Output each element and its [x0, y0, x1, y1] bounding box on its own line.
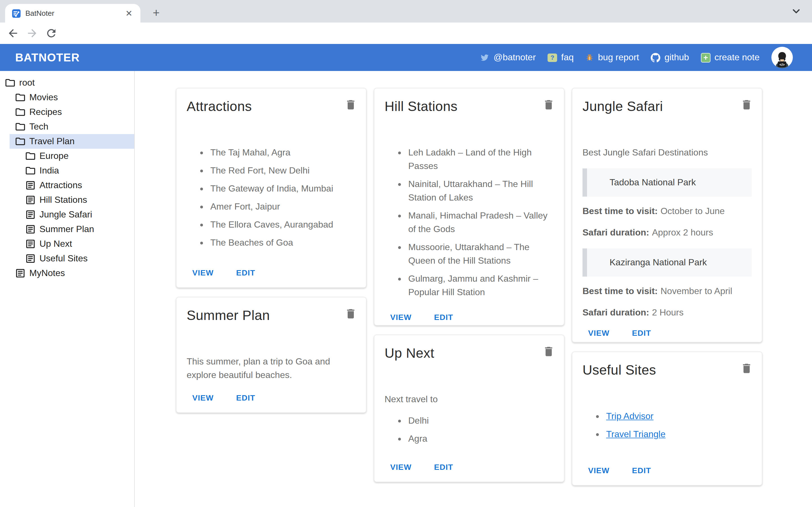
note-key-value: Safari duration:Approx 2 hours	[582, 226, 752, 239]
avatar-dev-badge	[778, 61, 786, 67]
tree-item-label: Up Next	[40, 239, 72, 249]
edit-note-button[interactable]: EDIT	[623, 324, 660, 342]
tree-item-label: Travel Plan	[29, 136, 75, 147]
note-list: Leh Ladakh – Land of the High Passes Nai…	[385, 146, 554, 299]
list-item: Mussoorie, Uttarakhand – The Queen of th…	[407, 240, 554, 268]
delete-note-button[interactable]	[541, 344, 556, 360]
tree-item-label: Europe	[40, 151, 68, 161]
list-item: Delhi	[407, 414, 554, 428]
delete-note-button[interactable]	[541, 98, 556, 114]
card-title: Up Next	[385, 344, 434, 362]
note-list: Trip Advisor Travel Triangle	[582, 409, 752, 441]
note-card-useful-sites: Useful Sites Trip Advisor Travel Triangl…	[572, 351, 762, 486]
edit-note-button[interactable]: EDIT	[227, 264, 264, 282]
external-link[interactable]: Travel Triangle	[606, 429, 665, 439]
list-item: Amer Fort, Jaipur	[209, 200, 356, 214]
view-note-button[interactable]: VIEW	[183, 264, 223, 282]
user-avatar[interactable]	[771, 47, 793, 68]
note-card-attractions: Attractions The Taj Mahal, Agra The Red …	[176, 88, 366, 288]
nav-label: create note	[714, 52, 760, 62]
tree-item-label: Attractions	[40, 180, 82, 190]
tree-item-label: Jungle Safari	[40, 210, 92, 220]
card-title: Useful Sites	[582, 361, 656, 379]
sidebar-item-root[interactable]: root	[0, 75, 134, 90]
edit-note-button[interactable]: EDIT	[227, 389, 264, 407]
sidebar-item-hill-stations[interactable]: Hill Stations	[0, 193, 134, 207]
app-brand: BATNOTER	[15, 51, 80, 64]
tree-item-label: MyNotes	[29, 268, 65, 278]
sidebar-item-india[interactable]: India	[0, 163, 134, 178]
batnoter-favicon	[12, 9, 21, 18]
note-list: The Taj Mahal, Agra The Red Fort, New De…	[187, 146, 356, 249]
trash-icon	[543, 345, 555, 358]
sidebar-item-movies[interactable]: Movies	[0, 90, 134, 105]
list-item: The Red Fort, New Delhi	[209, 164, 356, 177]
tree-item-label: Tech	[29, 122, 49, 132]
nav-label: @batnoter	[493, 52, 536, 62]
sidebar-item-travel-plan[interactable]: Travel Plan	[0, 134, 134, 149]
app-header: BATNOTER @batnoter ? faq bug report	[0, 44, 812, 71]
list-item: The Gateway of India, Mumbai	[209, 182, 356, 195]
list-item: Trip Advisor	[605, 409, 752, 423]
nav-twitter-link[interactable]: @batnoter	[480, 52, 536, 62]
note-icon	[25, 180, 36, 191]
trash-icon	[345, 99, 357, 111]
sidebar-item-europe[interactable]: Europe	[0, 149, 134, 163]
note-card-up-next: Up Next Next travel to Delhi Agra VIEW E…	[374, 335, 564, 482]
faq-icon: ?	[548, 53, 557, 62]
sidebar-item-summer-plan[interactable]: Summer Plan	[0, 222, 134, 237]
view-note-button[interactable]: VIEW	[381, 458, 421, 476]
bug-icon	[586, 53, 594, 62]
back-button[interactable]	[7, 27, 19, 40]
sidebar-item-jungle-safari[interactable]: Jungle Safari	[0, 207, 134, 222]
new-tab-button[interactable]: +	[148, 5, 164, 21]
delete-note-button[interactable]	[343, 98, 358, 114]
nav-label: github	[665, 52, 689, 62]
browser-tab[interactable]: BatNoter ✕	[5, 4, 140, 22]
trash-icon	[345, 307, 357, 320]
nav-faq-link[interactable]: ? faq	[548, 52, 574, 62]
tab-search-chevron-icon[interactable]	[792, 7, 801, 16]
sidebar-item-recipes[interactable]: Recipes	[0, 105, 134, 119]
delete-note-button[interactable]	[343, 306, 358, 323]
browser-tab-strip: BatNoter ✕ +	[0, 0, 812, 22]
edit-note-button[interactable]: EDIT	[623, 461, 660, 480]
view-note-button[interactable]: VIEW	[381, 308, 421, 326]
view-note-button[interactable]: VIEW	[579, 324, 619, 342]
tree-item-label: India	[40, 166, 59, 176]
edit-note-button[interactable]: EDIT	[425, 308, 462, 326]
blockquote: Kaziranga National Park	[582, 248, 752, 277]
sidebar-item-mynotes[interactable]: MyNotes	[0, 266, 134, 281]
forward-button[interactable]	[26, 27, 38, 40]
note-icon	[25, 238, 36, 249]
sidebar-item-up-next[interactable]: Up Next	[0, 237, 134, 251]
tab-close-icon[interactable]: ✕	[123, 8, 135, 18]
list-item: Nainital, Uttarakhand – The Hill Station…	[407, 177, 554, 205]
list-item: Manali, Himachal Pradesh – Valley of the…	[407, 209, 554, 236]
external-link[interactable]: Trip Advisor	[606, 411, 654, 421]
note-icon	[25, 224, 36, 235]
folder-icon	[25, 165, 36, 176]
nav-github-link[interactable]: github	[651, 52, 689, 62]
sidebar-tree: root Movies Recipes Tech Travel Plan Eur…	[0, 71, 135, 507]
note-paragraph: This summer, plan a trip to Goa and expl…	[187, 355, 356, 382]
edit-note-button[interactable]: EDIT	[425, 458, 462, 476]
reload-button[interactable]	[45, 27, 57, 40]
delete-note-button[interactable]	[739, 361, 754, 378]
github-icon	[651, 53, 661, 62]
screen: BatNoter ✕ + batnoter.com/?path=Travel%2…	[0, 0, 812, 507]
folder-icon	[15, 136, 26, 147]
view-note-button[interactable]: VIEW	[579, 461, 619, 480]
view-note-button[interactable]: VIEW	[183, 389, 223, 407]
sidebar-item-attractions[interactable]: Attractions	[0, 178, 134, 193]
nav-create-note-link[interactable]: + create note	[701, 52, 760, 62]
sidebar-item-useful-sites[interactable]: Useful Sites	[0, 251, 134, 266]
tab-title: BatNoter	[26, 9, 119, 17]
delete-note-button[interactable]	[739, 98, 754, 114]
nav-bug-report-link[interactable]: bug report	[586, 52, 639, 62]
trash-icon	[543, 99, 555, 111]
sidebar-item-tech[interactable]: Tech	[0, 119, 134, 134]
note-icon	[25, 209, 36, 220]
list-item: The Ellora Caves, Aurangabad	[209, 218, 356, 231]
folder-icon	[15, 107, 26, 118]
